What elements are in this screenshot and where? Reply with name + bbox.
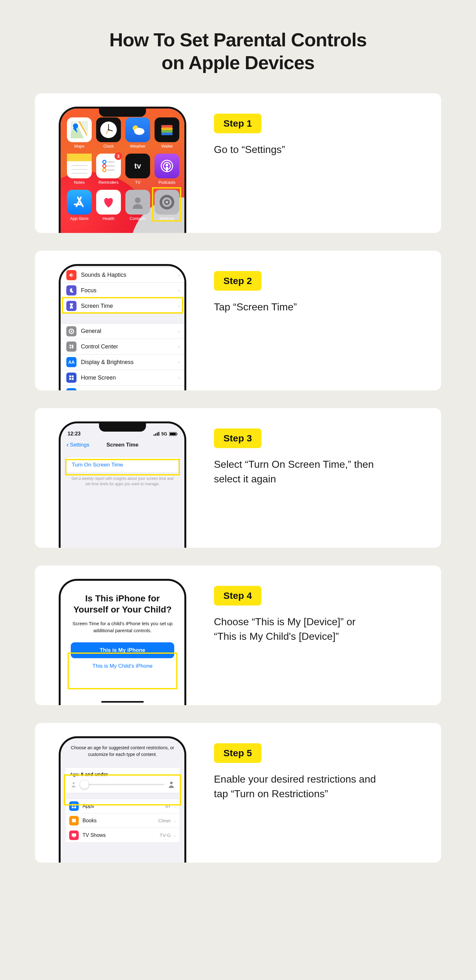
phone-mock-1: Maps Clock Weather Wallet Notes 3Reminde…	[59, 107, 186, 233]
age-slider-track[interactable]	[81, 784, 164, 785]
svg-point-33	[71, 330, 72, 332]
settings-row-accessibility[interactable]: Accessibility›	[60, 386, 185, 390]
svg-rect-39	[69, 378, 71, 380]
svg-rect-42	[154, 434, 154, 436]
app-notes[interactable]: Notes	[67, 154, 92, 185]
svg-rect-52	[74, 804, 76, 806]
svg-rect-53	[72, 807, 73, 808]
svg-rect-44	[157, 433, 158, 436]
app-maps[interactable]: Maps	[67, 118, 92, 148]
child-iphone-button[interactable]: This is My Child's iPhone	[71, 658, 174, 674]
step-description: Select “Turn On Screen Time,” then selec…	[214, 457, 379, 487]
intro-text: Choose an age for suggested content rest…	[60, 738, 185, 758]
svg-rect-36	[70, 347, 71, 348]
step-badge: Step 2	[214, 271, 261, 291]
phone-mock-4: Is This iPhone for Yourself or Your Chil…	[59, 579, 186, 705]
step-description: Enable your desired restrictions and tap…	[214, 772, 379, 801]
svg-rect-54	[74, 807, 76, 808]
svg-point-18	[103, 169, 106, 172]
app-tv[interactable]: tvTV	[125, 154, 150, 185]
home-indicator	[101, 701, 144, 703]
age-slider-thumb[interactable]	[80, 780, 89, 789]
app-podcasts[interactable]: Podcasts	[154, 154, 179, 185]
svg-rect-37	[69, 375, 71, 377]
settings-row-sounds[interactable]: Sounds & Haptics›	[60, 267, 185, 283]
svg-rect-35	[72, 345, 73, 348]
svg-rect-40	[72, 378, 73, 380]
settings-row-display[interactable]: AADisplay & Brightness›	[60, 355, 185, 370]
back-button[interactable]: ‹Settings	[66, 441, 89, 449]
settings-row-homescreen[interactable]: Home Screen›	[60, 370, 185, 386]
svg-rect-38	[72, 375, 73, 377]
restriction-row-tv[interactable]: TV ShowsTV-G⌄	[65, 828, 180, 843]
step-card-2: Sounds & Haptics› Focus› Screen Time› Ge…	[35, 251, 441, 390]
phone-mock-2: Sounds & Haptics› Focus› Screen Time› Ge…	[59, 264, 186, 390]
reminders-badge: 3	[115, 152, 122, 160]
svg-rect-8	[161, 125, 173, 127]
app-contacts[interactable]: Contacts	[125, 190, 150, 221]
step-badge: Step 3	[214, 428, 261, 448]
svg-rect-34	[70, 345, 71, 346]
svg-rect-10	[161, 130, 173, 133]
my-iphone-button[interactable]: This is My iPhone	[71, 642, 174, 658]
age-selector[interactable]: Age: 5 and under	[65, 767, 180, 793]
step-badge: Step 1	[214, 114, 261, 133]
svg-rect-11	[161, 133, 173, 135]
hint-text: Get a weekly report with insights about …	[60, 473, 185, 487]
svg-point-49	[73, 782, 75, 784]
svg-rect-51	[72, 804, 73, 806]
svg-rect-45	[158, 432, 159, 436]
settings-row-controlcenter[interactable]: Control Center›	[60, 339, 185, 355]
question-subtitle: Screen Time for a child's iPhone lets yo…	[68, 620, 177, 634]
svg-point-31	[166, 201, 168, 204]
svg-rect-47	[170, 433, 176, 436]
svg-point-28	[135, 197, 140, 203]
nav-title: Screen Time	[107, 442, 139, 448]
page-title: How To Set Parental Controlson Apple Dev…	[35, 29, 441, 74]
app-clock[interactable]: Clock	[96, 118, 121, 148]
svg-rect-43	[155, 434, 156, 436]
step-badge: Step 4	[214, 586, 261, 606]
step-card-4: Is This iPhone for Yourself or Your Chil…	[35, 566, 441, 705]
adult-icon	[167, 781, 175, 788]
step-description: Go to “Settings”	[214, 142, 379, 157]
phone-mock-5: Choose an age for suggested content rest…	[59, 736, 186, 862]
step-badge: Step 5	[214, 743, 261, 763]
svg-rect-56	[73, 837, 75, 837]
restriction-row-apps[interactable]: Apps4+⌄	[65, 799, 180, 813]
phone-mock-3: 12:23 5G ‹Settings Screen Time Turn On S…	[59, 422, 186, 548]
question-title: Is This iPhone for Yourself or Your Chil…	[68, 593, 177, 615]
step-card-3: 12:23 5G ‹Settings Screen Time Turn On S…	[35, 408, 441, 548]
step-description: Choose “This is My [Device]” or “This is…	[214, 614, 379, 644]
settings-row-focus[interactable]: Focus›	[60, 283, 185, 298]
settings-row-screentime[interactable]: Screen Time›	[60, 298, 185, 314]
step-description: Tap “Screen Time”	[214, 299, 379, 314]
svg-rect-9	[161, 127, 173, 130]
svg-rect-12	[67, 154, 92, 161]
app-reminders[interactable]: 3Reminders	[96, 154, 121, 185]
step-card-5: Choose an age for suggested content rest…	[35, 723, 441, 862]
svg-point-17	[103, 164, 106, 167]
svg-point-7	[134, 128, 144, 135]
app-wallet[interactable]: Wallet	[154, 118, 179, 148]
svg-point-24	[166, 164, 168, 166]
restriction-row-books[interactable]: BooksClean⌄	[65, 813, 180, 828]
app-settings[interactable]: Settings	[154, 190, 179, 221]
app-appstore[interactable]: App Store	[67, 190, 92, 221]
svg-rect-48	[177, 433, 177, 435]
step-card-1: Maps Clock Weather Wallet Notes 3Reminde…	[35, 93, 441, 233]
svg-point-50	[170, 782, 173, 784]
status-indicators: 5G	[154, 431, 177, 436]
status-time: 12:23	[68, 431, 81, 437]
turn-on-button[interactable]: Turn On Screen Time	[66, 457, 179, 473]
app-health[interactable]: Health	[96, 190, 121, 221]
app-weather[interactable]: Weather	[125, 118, 150, 148]
svg-rect-55	[72, 834, 76, 837]
svg-point-16	[103, 160, 106, 164]
settings-row-general[interactable]: General›	[60, 323, 185, 339]
child-icon	[70, 781, 77, 788]
